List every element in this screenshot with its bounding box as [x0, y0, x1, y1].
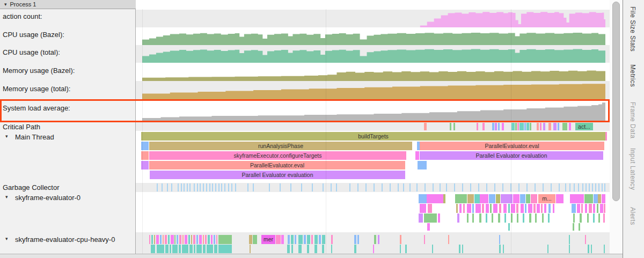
trace-slice[interactable]: [580, 213, 582, 223]
gc-tick[interactable]: [269, 183, 270, 191]
gc-tick[interactable]: [592, 183, 593, 191]
gc-tick[interactable]: [535, 183, 536, 191]
trace-slice-runanalysisphase[interactable]: runAnalysisPhase: [149, 142, 412, 150]
trace-slice[interactable]: [420, 204, 426, 213]
trace-slice[interactable]: [482, 204, 484, 213]
trace-slice[interactable]: [314, 245, 317, 253]
gc-tick[interactable]: [416, 183, 418, 191]
trace-slice[interactable]: [593, 204, 595, 213]
trace-slice[interactable]: [492, 123, 494, 130]
trace-slice[interactable]: [591, 245, 592, 253]
gc-tick[interactable]: [569, 183, 570, 191]
trace-slice[interactable]: [281, 235, 284, 244]
gc-tick[interactable]: [290, 183, 291, 191]
trace-slice[interactable]: [553, 204, 554, 213]
gc-tick[interactable]: [194, 183, 195, 191]
trace-slice[interactable]: [467, 194, 474, 203]
trace-slice[interactable]: [208, 235, 210, 244]
trace-slice[interactable]: [457, 213, 459, 223]
collapse-triangle-icon[interactable]: ▾: [5, 134, 8, 139]
trace-slice[interactable]: [498, 213, 500, 223]
trace-slice[interactable]: [456, 204, 458, 213]
trace-slice[interactable]: [354, 245, 356, 253]
gc-tick[interactable]: [203, 183, 204, 191]
gc-tick[interactable]: [403, 183, 404, 191]
trace-slice-act[interactable]: act...: [575, 123, 593, 130]
gc-tick[interactable]: [209, 183, 210, 191]
trace-slice[interactable]: [307, 245, 309, 253]
trace-slice[interactable]: [154, 235, 155, 244]
gc-tick[interactable]: [218, 183, 219, 191]
gc-tick[interactable]: [231, 183, 232, 191]
trace-slice[interactable]: [553, 123, 557, 130]
trace-slice[interactable]: [218, 235, 232, 244]
trace-slice[interactable]: [462, 245, 463, 253]
trace-slice[interactable]: [455, 194, 467, 203]
gc-tick[interactable]: [565, 183, 566, 191]
trace-slice[interactable]: [188, 235, 190, 244]
gc-tick[interactable]: [390, 183, 391, 191]
trace-slice[interactable]: [508, 204, 510, 213]
trace-slice[interactable]: [314, 235, 318, 244]
gc-tick[interactable]: [200, 183, 201, 191]
trace-slice[interactable]: [218, 245, 232, 253]
gc-tick[interactable]: [171, 183, 172, 191]
trace-slice[interactable]: [467, 213, 469, 223]
trace-slice[interactable]: [585, 204, 587, 213]
trace-slice[interactable]: [185, 235, 187, 244]
trace-slice[interactable]: [250, 245, 251, 253]
trace-slice[interactable]: [587, 213, 589, 223]
trace-slice[interactable]: [331, 235, 333, 244]
trace-slice[interactable]: [569, 235, 570, 244]
trace-slice[interactable]: [548, 204, 551, 213]
timeline-canvas[interactable]: act...buildTargetsrunAnalysisPhaseParall…: [136, 0, 610, 254]
trace-slice[interactable]: [498, 123, 500, 130]
trace-slice-parallel-evaluator-evaluation[interactable]: Parallel Evaluator evaluation: [150, 171, 405, 179]
gc-tick[interactable]: [221, 183, 222, 191]
trace-slice[interactable]: [472, 204, 474, 213]
trace-slice[interactable]: [528, 204, 532, 213]
gc-tick[interactable]: [398, 183, 399, 191]
trace-slice[interactable]: [172, 245, 178, 253]
trace-slice[interactable]: [593, 213, 595, 223]
trace-slice[interactable]: [499, 245, 501, 253]
trace-slice[interactable]: [515, 123, 517, 130]
trace-slice[interactable]: [530, 123, 531, 130]
trace-slice[interactable]: [149, 235, 150, 244]
gc-tick[interactable]: [301, 183, 302, 191]
trace-slice[interactable]: [291, 235, 294, 244]
trace-slice[interactable]: [588, 245, 589, 253]
trace-slice[interactable]: [486, 213, 487, 223]
trace-slice[interactable]: [211, 235, 213, 244]
gc-tick[interactable]: [595, 183, 596, 191]
trace-slice[interactable]: [165, 245, 169, 253]
sidebar-tab-metrics[interactable]: Metrics: [629, 64, 636, 87]
trace-slice[interactable]: [577, 204, 580, 213]
gc-tick[interactable]: [235, 183, 236, 191]
trace-slice[interactable]: [151, 235, 153, 244]
trace-slice[interactable]: [556, 194, 564, 203]
trace-slice[interactable]: [287, 245, 290, 253]
gc-tick[interactable]: [604, 183, 605, 191]
trace-slice[interactable]: [602, 194, 605, 203]
trace-slice[interactable]: [517, 213, 518, 223]
trace-slice[interactable]: [459, 204, 462, 213]
trace-slice-parallel-evaluator-evaluation[interactable]: Parallel Evaluator evaluation: [420, 151, 603, 160]
trace-slice[interactable]: [170, 245, 171, 253]
trace-slice[interactable]: [298, 245, 302, 253]
trace-slice[interactable]: [572, 204, 576, 213]
trace-slice[interactable]: [443, 194, 445, 203]
trace-slice[interactable]: [322, 235, 325, 244]
trace-slice[interactable]: [418, 161, 427, 169]
gc-tick[interactable]: [212, 183, 213, 191]
trace-slice[interactable]: [400, 235, 401, 244]
gc-tick[interactable]: [374, 183, 375, 191]
trace-slice[interactable]: [214, 245, 217, 253]
sidebar-tab-frame-data[interactable]: Frame Data: [629, 102, 636, 138]
trace-slice[interactable]: [165, 235, 167, 244]
trace-slice[interactable]: [193, 235, 195, 244]
trace-slice[interactable]: [179, 245, 181, 253]
trace-slice-parallelevaluator-eval[interactable]: ParallelEvaluator.eval: [149, 161, 405, 169]
trace-slice[interactable]: [579, 223, 580, 231]
trace-slice[interactable]: [581, 204, 583, 213]
